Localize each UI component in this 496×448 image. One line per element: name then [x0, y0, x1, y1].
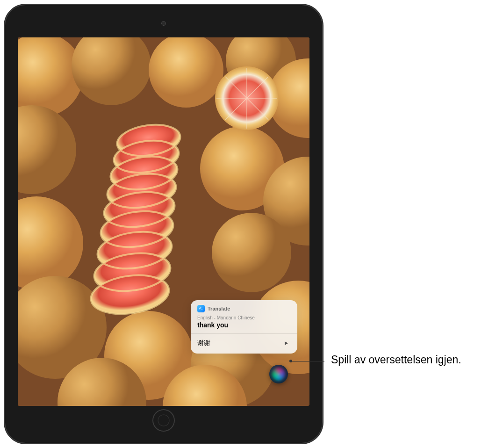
- translate-card-header: 文 Translate: [197, 305, 291, 312]
- siri-orb-button[interactable]: [269, 365, 288, 383]
- divider: [191, 333, 297, 334]
- ipad-screen: 文 Translate English - Mandarin Chinese t…: [18, 37, 309, 406]
- callout-label: Spill av oversettelsen igjen.: [331, 354, 461, 366]
- translate-source-text: thank you: [197, 321, 291, 329]
- front-camera: [161, 21, 166, 26]
- ipad-device-frame: 文 Translate English - Mandarin Chinese t…: [5, 5, 323, 443]
- play-translation-button[interactable]: [281, 339, 291, 348]
- svg-point-10: [212, 213, 291, 292]
- wallpaper-image: 文 Translate English - Mandarin Chinese t…: [18, 37, 309, 406]
- callout-leader-line: [291, 361, 324, 361]
- home-button[interactable]: [152, 409, 175, 432]
- siri-translate-card[interactable]: 文 Translate English - Mandarin Chinese t…: [191, 300, 297, 354]
- translate-target-text: 谢谢: [197, 339, 210, 347]
- translate-language-pair: English - Mandarin Chinese: [197, 315, 291, 320]
- translate-result-row: 谢谢: [197, 339, 291, 348]
- translate-app-name: Translate: [208, 306, 230, 311]
- play-icon: [283, 340, 289, 346]
- translate-app-icon: 文: [197, 305, 205, 312]
- svg-text:文: 文: [200, 307, 201, 309]
